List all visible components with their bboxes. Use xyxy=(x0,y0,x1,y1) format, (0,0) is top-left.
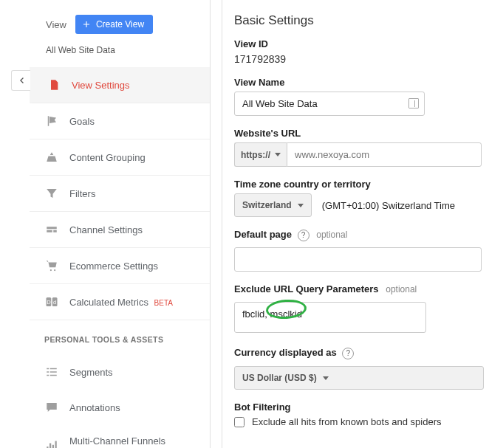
annotations-icon xyxy=(44,400,59,415)
heading-basic-settings: Basic Settings xyxy=(234,13,484,28)
exclude-params-label: Exclude URL Query Parameters xyxy=(234,283,379,294)
field-currency: Currency displayed as ? US Dollar (USD $… xyxy=(234,347,484,390)
beta-badge: BETA xyxy=(154,299,173,307)
bot-filtering-checkbox-row[interactable]: Exclude all hits from known bots and spi… xyxy=(234,416,484,427)
field-bot-filtering: Bot Filtering Exclude all hits from know… xyxy=(234,402,484,427)
timezone-label: Time zone country or territory xyxy=(234,179,371,190)
view-name-label: View Name xyxy=(234,77,284,88)
field-exclude-params: Exclude URL Query Parameters optional xyxy=(234,283,484,335)
bot-filtering-label: Bot Filtering xyxy=(234,402,291,413)
nav-label: Filters xyxy=(69,188,95,199)
currency-select[interactable]: US Dollar (USD $) xyxy=(234,366,484,390)
chevron-down-icon xyxy=(275,153,281,156)
nav-label-text: Calculated Metrics xyxy=(69,297,148,308)
nav-label: Annotations xyxy=(69,402,120,413)
multichannel-icon xyxy=(44,439,59,448)
view-header: View Create View xyxy=(30,15,210,41)
bot-filtering-checkbox[interactable] xyxy=(234,417,244,427)
help-icon[interactable]: ? xyxy=(298,230,310,241)
nav-multichannel-settings[interactable]: Multi-Channel Funnels Settings xyxy=(30,425,210,448)
channel-icon xyxy=(44,222,59,237)
nav-label: Calculated Metrics BETA xyxy=(69,297,173,308)
funnel-icon xyxy=(44,186,59,201)
exclude-params-input[interactable] xyxy=(234,302,426,333)
optional-label: optional xyxy=(316,230,347,240)
flag-icon xyxy=(44,114,59,128)
personal-section-title: PERSONAL TOOLS & ASSETS xyxy=(30,320,210,350)
view-name-input[interactable] xyxy=(234,92,425,116)
chevron-down-icon xyxy=(323,376,329,380)
nav-calculated-metrics[interactable]: Dd Calculated Metrics BETA xyxy=(30,284,210,320)
cart-icon xyxy=(44,258,59,273)
nav-label: Segments xyxy=(69,367,113,378)
metrics-icon: Dd xyxy=(44,294,59,309)
currency-label: Currency displayed as xyxy=(234,347,337,358)
help-icon[interactable]: ? xyxy=(342,348,354,359)
nav-label: Goals xyxy=(69,116,95,127)
website-url-input[interactable] xyxy=(287,142,482,167)
sidebar: View Create View All Web Site Data View … xyxy=(30,0,211,448)
timezone-offset-text: (GMT+01:00) Switzerland Time xyxy=(322,200,455,211)
timezone-country-value: Switzerland xyxy=(242,200,292,210)
plus-icon xyxy=(81,19,92,30)
field-view-name: View Name xyxy=(234,77,484,116)
nav-annotations[interactable]: Annotations xyxy=(30,390,210,425)
main-panel: Basic Settings View ID 171792839 View Na… xyxy=(222,0,484,448)
view-label: View xyxy=(46,19,66,30)
field-default-page: Default page ? optional xyxy=(234,229,484,272)
bot-filtering-text: Exclude all hits from known bots and spi… xyxy=(252,416,442,427)
nav-label: Channel Settings xyxy=(69,224,143,235)
nav-view-settings[interactable]: View Settings xyxy=(30,67,210,103)
chevron-down-icon xyxy=(298,204,304,207)
nav-ecommerce-settings[interactable]: Ecommerce Settings xyxy=(30,248,210,284)
default-page-input[interactable] xyxy=(234,247,482,272)
nav-channel-settings[interactable]: Channel Settings xyxy=(30,212,210,248)
page-icon xyxy=(47,77,61,92)
nav-filters[interactable]: Filters xyxy=(30,176,210,212)
back-button[interactable] xyxy=(11,70,30,91)
svg-text:d: d xyxy=(53,299,56,306)
segments-icon xyxy=(44,365,59,379)
currency-value: US Dollar (USD $) xyxy=(242,373,317,383)
timezone-country-select[interactable]: Switzerland xyxy=(234,193,312,217)
person-group-icon xyxy=(44,150,59,165)
field-timezone: Time zone country or territory Switzerla… xyxy=(234,179,484,217)
svg-text:D: D xyxy=(47,299,51,306)
create-view-label: Create View xyxy=(96,19,144,30)
field-view-id: View ID 171792839 xyxy=(234,38,484,65)
nav-label: Multi-Channel Funnels Settings xyxy=(69,435,165,448)
view-id-value: 171792839 xyxy=(234,53,484,65)
protocol-value: https:// xyxy=(241,150,270,160)
personal-nav: Segments Annotations Multi-Channel Funne… xyxy=(30,354,210,448)
create-view-button[interactable]: Create View xyxy=(75,15,153,34)
nav-label: Content Grouping xyxy=(69,152,146,163)
arrow-left-icon xyxy=(16,75,27,86)
protocol-select[interactable]: https:// xyxy=(234,142,287,167)
nav-label: View Settings xyxy=(72,80,130,91)
card-icon xyxy=(408,98,419,108)
nav-label: Ecommerce Settings xyxy=(69,261,158,272)
website-url-label: Website's URL xyxy=(234,128,301,139)
view-subheader: All Web Site Data xyxy=(30,41,210,63)
field-website-url: Website's URL https:// xyxy=(234,128,484,167)
view-id-label: View ID xyxy=(234,38,268,49)
nav-segments[interactable]: Segments xyxy=(30,354,210,390)
view-nav: View Settings Goals Content Grouping Fil… xyxy=(30,67,210,320)
optional-label: optional xyxy=(386,284,417,294)
default-page-label: Default page xyxy=(234,229,292,240)
nav-goals[interactable]: Goals xyxy=(30,103,210,139)
nav-content-grouping[interactable]: Content Grouping xyxy=(30,139,210,176)
